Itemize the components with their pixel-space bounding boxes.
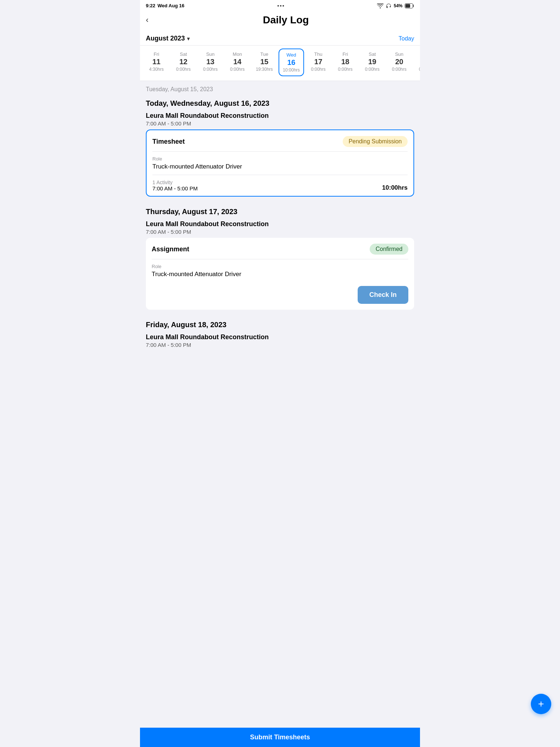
job-time: 7:00 AM - 5:00 PM [146,120,414,127]
day-strip-item-20[interactable]: Sun 20 0:00hrs [386,49,412,76]
day-strip-item-15[interactable]: Tue 15 19:30hrs [252,49,277,76]
day-strip-item-18[interactable]: Fri 18 0:00hrs [332,49,358,76]
day-strip-item-12[interactable]: Sat 12 0:00hrs [171,49,196,76]
role-label: Role [152,264,408,269]
checkin-button[interactable]: Check In [358,286,408,304]
tuesday-label: Tuesday, August 15, 2023 [140,81,420,94]
page-title: Daily Log [158,14,414,26]
card-header-row: AssignmentConfirmed [146,238,414,259]
day-strip-item-11[interactable]: Fri 11 4:30hrs [144,49,169,76]
day-strip-item-14[interactable]: Mon 14 0:00hrs [225,49,250,76]
job-card[interactable]: AssignmentConfirmedRoleTruck-mounted Att… [146,238,414,310]
svg-rect-1 [405,4,410,8]
battery-icon [405,3,414,8]
job-time: 7:00 AM - 5:00 PM [146,229,414,235]
card-role-section: RoleTruck-mounted Attenuator Driver [147,152,413,175]
header: ‹ Daily Log [140,11,420,31]
day-section-title: Today, Wednesday, August 16, 2023 [140,94,420,111]
job-block: Leura Mall Roundabout Reconstruction7:00… [140,111,420,202]
day-strip-item-19[interactable]: Sat 19 0:00hrs [359,49,385,76]
month-title[interactable]: August 2023 ▾ [146,35,190,42]
day-strip-item-13[interactable]: Sun 13 0:00hrs [198,49,223,76]
day-section-title: Thursday, August 17, 2023 [140,202,420,219]
month-chevron-icon: ▾ [187,36,190,42]
wifi-icon [377,3,384,8]
activity-label: 1 Activity [152,179,198,185]
job-time: 7:00 AM - 5:00 PM [146,342,414,348]
activity-row: 1 Activity7:00 AM - 5:00 PM10:00hrs [147,175,413,196]
job-name: Leura Mall Roundabout Reconstruction [146,111,414,120]
month-bar: August 2023 ▾ Today [140,31,420,46]
status-right: 54% [377,3,414,8]
card-type-label: Timesheet [152,138,185,146]
day-section-title: Friday, August 18, 2023 [140,316,420,332]
card-role-section: RoleTruck-mounted Attenuator Driver [146,259,414,282]
status-bar: 9:22 Wed Aug 16 54% [140,0,420,11]
headphone-icon [386,3,392,8]
battery-percent: 54% [394,3,402,8]
day-strip-item-21[interactable]: Mon 21 0:00hrs [413,49,420,76]
status-badge: Confirmed [370,244,408,255]
today-button[interactable]: Today [398,35,414,42]
job-name: Leura Mall Roundabout Reconstruction [146,332,414,342]
status-time: 9:22 [146,3,155,8]
activity-time: 7:00 AM - 5:00 PM [152,185,198,191]
checkin-row: Check In [146,282,414,310]
card-type-label: Assignment [152,245,189,253]
job-block: Leura Mall Roundabout Reconstruction7:00… [140,219,420,316]
role-value: Truck-mounted Attenuator Driver [152,271,408,278]
day-strip-item-17[interactable]: Thu 17 0:00hrs [306,49,331,76]
job-block: Leura Mall Roundabout Reconstruction7:00… [140,332,420,354]
day-strip-item-16[interactable]: Wed 16 10:00hrs [279,49,304,76]
activity-hours: 10:00hrs [382,184,408,191]
job-name: Leura Mall Roundabout Reconstruction [146,219,414,229]
card-header-row: TimesheetPending Submission [147,130,413,151]
back-button[interactable]: ‹ [146,15,158,25]
content: Tuesday, August 15, 2023Today, Wednesday… [140,81,420,383]
job-card[interactable]: TimesheetPending SubmissionRoleTruck-mou… [146,129,414,197]
status-date: Wed Aug 16 [158,3,184,8]
status-dots [277,5,284,7]
activity-info: 1 Activity7:00 AM - 5:00 PM [152,179,198,191]
role-value: Truck-mounted Attenuator Driver [152,163,408,170]
day-strip: Fri 11 4:30hrs Sat 12 0:00hrs Sun 13 0:0… [140,46,420,81]
role-label: Role [152,156,408,162]
status-badge: Pending Submission [343,136,408,147]
